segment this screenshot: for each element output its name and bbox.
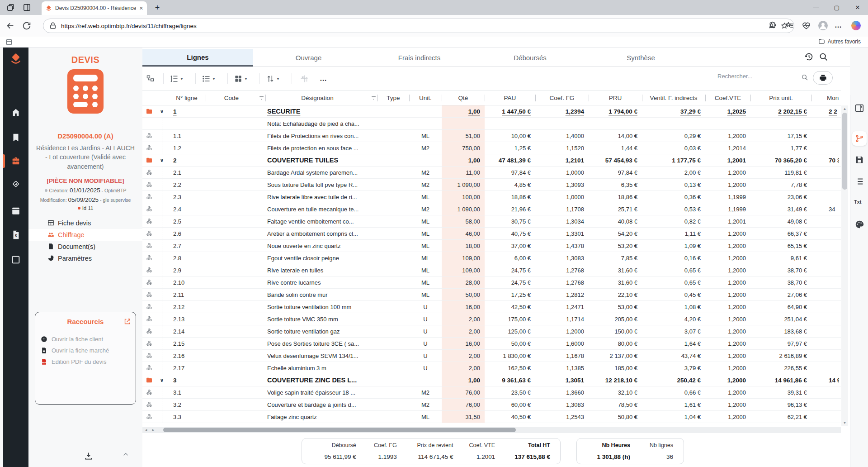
save-icon[interactable] xyxy=(854,155,864,165)
settings-menu-icon[interactable]: … xyxy=(834,21,843,30)
window-restore-button[interactable]: ▢ xyxy=(826,0,847,15)
table-row[interactable]: 2.5Faitage ventile emboitement co...ML58… xyxy=(142,215,841,228)
ouvrage-icon[interactable] xyxy=(142,167,156,178)
ouvrage-icon[interactable] xyxy=(142,130,156,142)
table-row[interactable]: Nota: Echafaudage de pied à cha... xyxy=(142,118,841,130)
bookmark-icon[interactable] xyxy=(11,133,21,143)
copilot-icon[interactable] xyxy=(851,21,861,30)
ouvrage-icon[interactable] xyxy=(142,240,156,252)
ouvrage-icon[interactable] xyxy=(142,191,156,203)
folder-icon[interactable] xyxy=(142,374,156,386)
table-row[interactable]: 2.6Aretier a emboitement compris cl...ML… xyxy=(142,228,841,240)
table-row[interactable]: 2.8Egout ventile closoir peigneML109,006… xyxy=(142,252,841,264)
tab-actions-icon[interactable] xyxy=(23,3,31,12)
other-favorites[interactable]: Autres favoris xyxy=(818,38,861,45)
ouvrage-icon[interactable] xyxy=(142,203,156,215)
col-header-pau[interactable]: PAU xyxy=(485,91,535,105)
table-row[interactable]: 2.2Sous toiture Delta foll pve type R...… xyxy=(142,179,841,191)
table-row[interactable]: ∨1SECURITE1,001 447,50 €1,23941 794,00 €… xyxy=(142,105,841,118)
window-minimize-button[interactable]: — xyxy=(806,0,826,15)
table-row[interactable]: 2.15Pose des Sorties toiture 3CE ( sa...… xyxy=(142,338,841,350)
new-tab-button[interactable]: + xyxy=(153,3,162,13)
table-row[interactable]: 2.12Sortie toiture ventilation 100 mmU16… xyxy=(142,301,841,313)
hscroll-thumb[interactable] xyxy=(163,428,516,432)
table-row[interactable]: 3.2Couverture et bardage à joints d...M2… xyxy=(142,399,841,411)
filter-icon[interactable] xyxy=(257,91,265,105)
invoice-euro-icon[interactable]: € xyxy=(11,230,21,240)
filter-icon[interactable] xyxy=(369,91,377,105)
list-icon[interactable] xyxy=(854,176,864,186)
browser-essentials-icon[interactable] xyxy=(802,21,811,30)
square-module-icon[interactable] xyxy=(11,255,21,265)
ouvrage-icon[interactable] xyxy=(142,142,156,154)
tab-debourses[interactable]: Déboursés xyxy=(475,49,585,67)
optimbtp-logo[interactable] xyxy=(9,53,23,67)
col-header-montant[interactable]: Montant xyxy=(811,91,839,105)
print-button[interactable] xyxy=(813,71,833,85)
ouvrage-icon[interactable] xyxy=(142,228,156,239)
ouvrage-icon[interactable] xyxy=(142,338,156,349)
menu-item-documents[interactable]: Document(s) xyxy=(28,241,142,253)
table-row[interactable]: 1.1Filets de Protections en rives con...… xyxy=(142,130,841,142)
col-header-coef-vte[interactable]: Coef.VTE xyxy=(705,91,750,105)
col-header-prix-unit[interactable]: Prix unit. xyxy=(750,91,811,105)
table-row[interactable]: 3.3Faitage zinc quartzML31,5040,50 €1,25… xyxy=(142,411,841,423)
ouvrage-icon[interactable] xyxy=(142,289,156,300)
table-row[interactable]: ∨2COUVERTURE TUILES1,0047 481,39 €1,2101… xyxy=(142,154,841,167)
table-row[interactable]: 2.9Rive laterale en tuilesML109,0024,75 … xyxy=(142,264,841,276)
col-header-qte[interactable]: Qté xyxy=(442,91,485,105)
back-icon[interactable] xyxy=(5,21,15,31)
more-options-icon[interactable]: … xyxy=(320,74,328,84)
variants-branch-button[interactable] xyxy=(852,131,867,146)
col-header-designation[interactable]: Désignation xyxy=(265,91,369,105)
favorites-icon[interactable] xyxy=(785,21,794,30)
shortcut-fiche-client[interactable]: Ouvrir la fiche client xyxy=(41,336,136,343)
table-search-icon[interactable] xyxy=(801,74,808,81)
ouvrage-icon[interactable] xyxy=(142,399,156,410)
col-header-unit[interactable]: Unit. xyxy=(409,91,442,105)
vertical-scrollbar[interactable]: ▲ ▼ xyxy=(841,105,848,426)
palette-icon[interactable] xyxy=(854,219,864,229)
ouvrage-icon[interactable] xyxy=(142,179,156,191)
side-panel-toggle-icon[interactable] xyxy=(854,103,864,113)
grid-view-icon[interactable]: ▼ xyxy=(234,74,248,84)
search-input[interactable] xyxy=(717,72,796,80)
ouvrage-icon[interactable] xyxy=(142,264,156,276)
ouvrage-icon[interactable] xyxy=(142,313,156,325)
history-icon[interactable] xyxy=(804,52,814,62)
extensions-icon[interactable] xyxy=(768,21,778,30)
shortcut-fiche-marche[interactable]: Ouvrir la fiche marché xyxy=(41,347,136,354)
window-close-button[interactable]: ✕ xyxy=(847,0,868,15)
text-mode-button[interactable]: Txt xyxy=(854,199,862,205)
col-header-coef-fg[interactable]: Coef. FG xyxy=(535,91,589,105)
row-height-icon[interactable]: ▼ xyxy=(170,74,184,84)
col-header-num[interactable]: N° ligne xyxy=(168,91,206,105)
table-row[interactable]: ∨3COUVERTURE ZINC DES L...1,009 361,63 €… xyxy=(142,374,841,386)
ouvrage-icon[interactable] xyxy=(142,301,156,313)
chevron-down-icon[interactable]: ∨ xyxy=(156,154,168,166)
workspaces-icon[interactable] xyxy=(6,3,15,12)
table-row[interactable]: 2.7Noue ouverte en zinc quartzML18,0037,… xyxy=(142,240,841,252)
table-row[interactable]: 2.16Velux desenfumage SEVM 134/1...U2,00… xyxy=(142,350,841,362)
calendar-icon[interactable] xyxy=(11,206,21,216)
menu-item-parametres[interactable]: Paramètres xyxy=(28,253,142,264)
menu-item-fiche-devis[interactable]: Fiche devis xyxy=(28,217,142,229)
horizontal-scrollbar[interactable]: ◄ ► xyxy=(142,427,841,433)
table-row[interactable]: 2.13Sortie toiture VMC 350 mmU2,00175,00… xyxy=(142,313,841,325)
ouvrage-icon[interactable] xyxy=(142,252,156,264)
ouvrage-icon[interactable] xyxy=(142,350,156,362)
table-row[interactable]: 3.1Volige sapin traité épaisseur 18 ...M… xyxy=(142,386,841,399)
scroll-left-icon[interactable]: ◄ xyxy=(142,427,150,433)
external-link-icon[interactable] xyxy=(123,318,131,325)
profile-avatar[interactable] xyxy=(818,21,828,30)
refresh-icon[interactable] xyxy=(22,21,32,31)
sort-icon[interactable]: ▼ xyxy=(266,74,280,84)
table-row[interactable]: 2.4Couverture en tuile mecanique te...M2… xyxy=(142,203,841,215)
shortcut-pdf-devis[interactable]: PDF Edition PDF du devis xyxy=(41,358,136,365)
list-view-icon[interactable]: ▼ xyxy=(202,74,216,84)
table-row[interactable]: 2.11Bande solin contre murML50,0017,25 €… xyxy=(142,289,841,301)
ouvrage-icon[interactable] xyxy=(142,411,156,423)
folder-icon[interactable] xyxy=(142,154,156,166)
download-devis-icon[interactable] xyxy=(84,452,93,461)
tab-ouvrage[interactable]: Ouvrage xyxy=(253,49,364,67)
